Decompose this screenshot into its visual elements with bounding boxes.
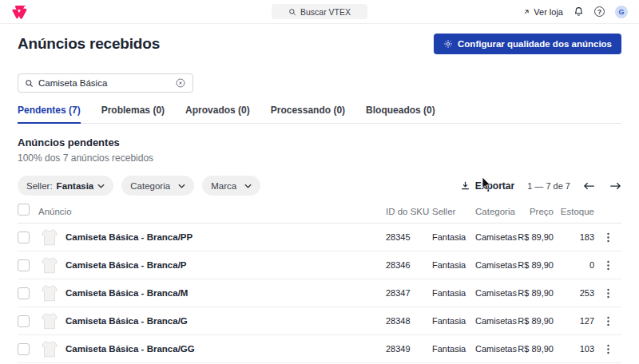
view-store-label: Ver loja xyxy=(534,7,563,17)
export-button[interactable]: Exportar xyxy=(460,180,514,192)
pager xyxy=(583,181,621,191)
table-toolbar: Seller: Fantasia Categoria Marca Exporta… xyxy=(18,176,621,196)
table-row[interactable]: Camiseta Básica - Branca/PP 28345 Fantas… xyxy=(18,224,621,251)
help-icon[interactable]: ? xyxy=(594,6,605,17)
tab-4[interactable]: Bloqueados (0) xyxy=(366,101,435,124)
tab-1[interactable]: Problemas (0) xyxy=(101,101,165,124)
price-cell: R$ 89,90 xyxy=(515,232,554,242)
kebab-menu-icon xyxy=(607,344,609,354)
product-name: Camiseta Básica - Branca/GG xyxy=(65,344,386,354)
topbar-actions: Ver loja ? G xyxy=(522,6,628,18)
row-checkbox[interactable] xyxy=(18,259,30,271)
column-seller: Seller xyxy=(432,207,475,216)
notifications-bell-icon[interactable] xyxy=(574,6,584,17)
filter-chip[interactable]: Categoria xyxy=(121,176,194,196)
product-thumbnail xyxy=(38,255,60,276)
avatar[interactable]: G xyxy=(615,6,628,18)
sku-cell: 28346 xyxy=(386,260,432,270)
row-checkbox[interactable] xyxy=(18,343,30,355)
filter-chip-label: Seller: xyxy=(26,181,53,191)
view-store-link[interactable]: Ver loja xyxy=(522,7,563,17)
search-icon xyxy=(25,79,34,88)
category-cell: Camisetas xyxy=(475,232,515,242)
search-row: Camiseta Básica xyxy=(18,73,621,93)
category-cell: Camisetas xyxy=(475,344,515,354)
chevron-down-icon xyxy=(178,184,185,188)
search-value: Camiseta Básica xyxy=(38,78,170,88)
product-name: Camiseta Básica - Branca/M xyxy=(65,288,386,298)
table-body: Camiseta Básica - Branca/PP 28345 Fantas… xyxy=(18,224,621,363)
tab-3[interactable]: Processando (0) xyxy=(271,101,345,124)
download-icon xyxy=(460,180,470,191)
search-icon xyxy=(288,8,296,16)
configure-quality-button[interactable]: Configurar qualidade dos anúncios xyxy=(434,34,621,54)
gear-icon xyxy=(443,39,453,49)
page-content: Anúncios recebidos Configurar qualidade … xyxy=(0,24,639,364)
sku-cell: 28348 xyxy=(386,316,432,326)
kebab-menu-icon xyxy=(607,260,609,271)
row-menu-button[interactable] xyxy=(594,232,621,243)
stock-cell: 0 xyxy=(554,260,594,270)
pending-section: Anúncios pendentes 100% dos 7 anúncios r… xyxy=(18,136,621,164)
kebab-menu-icon xyxy=(607,232,609,243)
kebab-menu-icon xyxy=(607,288,609,299)
seller-cell: Fantasia xyxy=(432,316,475,326)
table-row[interactable]: Camiseta Básica - Branca/G 28348 Fantasi… xyxy=(18,307,621,335)
tab-2[interactable]: Aprovados (0) xyxy=(185,101,250,124)
row-checkbox[interactable] xyxy=(18,315,30,327)
tab-0[interactable]: Pendentes (7) xyxy=(18,101,81,124)
filter-chip[interactable]: Seller: Fantasia xyxy=(18,176,113,196)
toolbar-right: Exportar 1 — 7 de 7 xyxy=(460,180,621,192)
row-menu-button[interactable] xyxy=(594,316,621,326)
vtex-logo-icon xyxy=(11,4,27,20)
page-title: Anúncios recebidos xyxy=(18,35,160,53)
pagination-range: 1 — 7 de 7 xyxy=(527,181,570,191)
listing-search-input[interactable]: Camiseta Básica xyxy=(18,73,193,93)
seller-cell: Fantasia xyxy=(432,260,475,270)
column-categoria: Categoria xyxy=(475,207,515,216)
product-name: Camiseta Básica - Branca/G xyxy=(65,316,386,326)
export-label: Exportar xyxy=(475,180,514,192)
next-page-button[interactable] xyxy=(609,181,621,191)
stock-cell: 127 xyxy=(554,316,594,326)
product-thumbnail xyxy=(38,227,60,248)
close-icon xyxy=(175,77,186,89)
row-checkbox[interactable] xyxy=(18,287,30,299)
table-row[interactable]: Camiseta Básica - Branca/GG 28349 Fantas… xyxy=(18,335,621,363)
clear-search-button[interactable] xyxy=(175,77,186,89)
listings-table: Anúncio ID do SKU Seller Categoria Preço… xyxy=(18,205,621,364)
row-menu-button[interactable] xyxy=(594,288,621,299)
section-subtitle: 100% dos 7 anúncios recebidos xyxy=(18,152,621,164)
row-checkbox[interactable] xyxy=(18,231,30,243)
filter-chip-value: Fantasia xyxy=(57,181,94,191)
filter-chip-label: Categoria xyxy=(130,181,170,191)
row-menu-button[interactable] xyxy=(594,260,621,271)
column-estoque: Estoque xyxy=(554,207,594,216)
select-all-checkbox[interactable] xyxy=(18,204,30,216)
column-sku: ID do SKU xyxy=(386,207,432,216)
prev-page-button[interactable] xyxy=(583,181,595,191)
topbar: Buscar VTEX Ver loja ? G xyxy=(0,0,639,24)
tabs-bar: Pendentes (7) Problemas (0) Aprovados (0… xyxy=(18,101,621,124)
category-cell: Camisetas xyxy=(475,260,515,270)
price-cell: R$ 89,90 xyxy=(515,288,554,298)
stock-cell: 183 xyxy=(554,232,594,242)
section-title: Anúncios pendentes xyxy=(18,136,621,148)
column-preco: Preço xyxy=(515,207,554,216)
sku-cell: 28347 xyxy=(386,288,432,298)
row-menu-button[interactable] xyxy=(594,344,621,354)
stock-cell: 103 xyxy=(554,344,594,354)
vtex-logo[interactable] xyxy=(11,4,27,20)
price-cell: R$ 89,90 xyxy=(515,344,554,354)
filter-chip[interactable]: Marca xyxy=(202,176,260,196)
category-cell: Camisetas xyxy=(475,288,515,298)
filter-chip-label: Marca xyxy=(211,181,236,191)
table-row[interactable]: Camiseta Básica - Branca/M 28347 Fantasi… xyxy=(18,279,621,307)
product-thumbnail xyxy=(38,311,60,332)
global-search-label: Buscar VTEX xyxy=(300,7,351,17)
seller-cell: Fantasia xyxy=(432,288,475,298)
table-row[interactable]: Camiseta Básica - Branca/P 28346 Fantasi… xyxy=(18,251,621,279)
price-cell: R$ 89,90 xyxy=(515,316,554,326)
global-search[interactable]: Buscar VTEX xyxy=(272,4,367,19)
sku-cell: 28349 xyxy=(386,344,432,354)
